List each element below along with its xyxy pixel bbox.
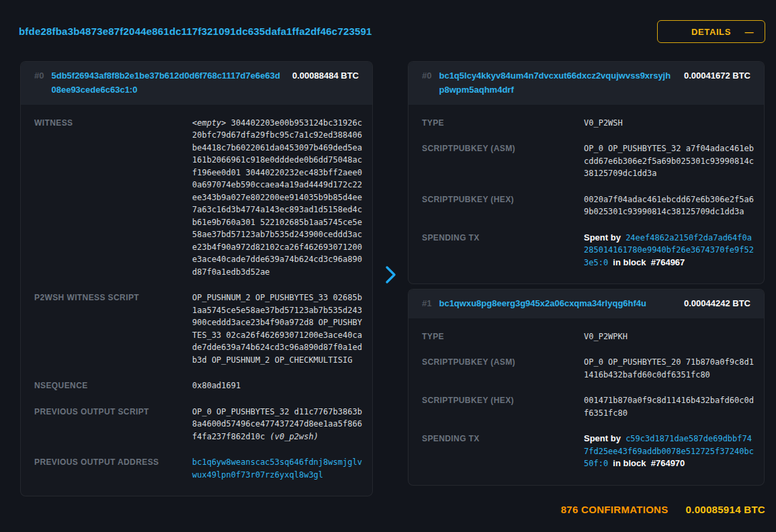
scriptpubkey-hex-label: SCRIPTPUBKEY (HEX) <box>422 193 584 204</box>
scriptpubkey-hex-value: 0020a7f04adac461ebcdd67e6b306e2f5a69b025… <box>584 193 756 218</box>
output-1-index: #1 <box>422 297 431 311</box>
output-0-spk-asm-row: SCRIPTPUBKEY (ASM) OP_0 OP_PUSHBYTES_32 … <box>408 136 764 187</box>
spending-tx-value: Spent by c59c3d1871dae587de69dbbf747fd25… <box>584 433 756 470</box>
details-toggle-button[interactable]: DETAILS — <box>657 20 765 43</box>
spent-by-text: Spent by <box>584 433 621 443</box>
input-amount: 0.00088484 BTC <box>292 69 359 83</box>
prev-output-address-row: PREVIOUS OUTPUT ADDRESS bc1q6yw8weanscac… <box>21 449 372 488</box>
output-1-address-link[interactable]: bc1qwxu8pg8eerg3g945x2a06cxqma34rlyqg6hf… <box>439 297 673 311</box>
confirmations-badge: 876 CONFIRMATIONS <box>561 504 669 515</box>
output-1-type-row: TYPE V0_P2WPKH <box>408 324 764 350</box>
spending-tx-label: SPENDING TX <box>422 232 584 242</box>
output-0-address-link[interactable]: bc1q5lcy4kkyv84um4n7dvcxut66dxcz2vqujwvs… <box>439 69 673 97</box>
witness-script-value: OP_PUSHNUM_2 OP_PUSHBYTES_33 02685b1aa57… <box>192 292 364 366</box>
witness-empty-tag: <empty> <box>192 118 226 128</box>
input-panel-header: #0 5db5f26943af8f8b2e1be37b612d0d6f768c1… <box>21 62 372 105</box>
output-1-spk-hex-row: SCRIPTPUBKEY (HEX) 001471b870a0f9c8d1141… <box>408 388 764 426</box>
flow-chevron-right-icon <box>385 265 397 287</box>
type-label: TYPE <box>422 117 584 128</box>
details-button-label: DETAILS <box>691 27 731 37</box>
footer-summary: 876 CONFIRMATIONS 0.00085914 BTC <box>561 504 765 515</box>
block-height-link[interactable]: #764967 <box>651 257 685 267</box>
output-1-amount: 0.00044242 BTC <box>684 297 750 311</box>
nsequence-row: NSEQUENCE 0x80ad1691 <box>21 373 372 399</box>
input-panel: #0 5db5f26943af8f8b2e1be37b612d0d6f768c1… <box>20 61 373 496</box>
nsequence-label: NSEQUENCE <box>34 380 192 390</box>
witness-script-label: P2WSH WITNESS SCRIPT <box>34 292 192 302</box>
witness-script-row: P2WSH WITNESS SCRIPT OP_PUSHNUM_2 OP_PUS… <box>21 285 372 373</box>
output-0-body: TYPE V0_P2WSH SCRIPTPUBKEY (ASM) OP_0 OP… <box>408 105 764 284</box>
witness-row: WITNESS <empty> 304402203e00b953124bc319… <box>21 110 372 285</box>
spending-tx-value: Spent by 24eef4862a2150f2da7ad64f0a28501… <box>584 232 756 269</box>
total-output-amount: 0.00085914 BTC <box>686 504 765 515</box>
witness-value: <empty> 304402203e00b953124bc31926c20bfc… <box>192 117 364 279</box>
input-panel-body: WITNESS <empty> 304402203e00b953124bc319… <box>21 105 372 496</box>
scriptpubkey-hex-value: 001471b870a0f9c8d11416b432bafd60c0df6351… <box>584 394 756 419</box>
scriptpubkey-hex-label: SCRIPTPUBKEY (HEX) <box>422 394 584 405</box>
scriptpubkey-asm-value: OP_0 OP_PUSHBYTES_20 71b870a0f9c8d11416b… <box>584 356 756 381</box>
output-1-spending-tx-row: SPENDING TX Spent by c59c3d1871dae587de6… <box>408 426 764 477</box>
type-value: V0_P2WSH <box>584 117 756 130</box>
output-panel-1: #1 bc1qwxu8pg8eerg3g945x2a06cxqma34rlyqg… <box>408 289 765 486</box>
output-0-spk-hex-row: SCRIPTPUBKEY (HEX) 0020a7f04adac461ebcdd… <box>408 187 764 225</box>
prev-output-address-link[interactable]: bc1q6yw8weanscac53sq646fdnj8wsmjglvwux49… <box>192 457 362 480</box>
spending-tx-label: SPENDING TX <box>422 433 584 443</box>
prev-output-script-label: PREVIOUS OUTPUT SCRIPT <box>34 406 192 416</box>
output-0-header: #0 bc1q5lcy4kkyv84um4n7dvcxut66dxcz2vquj… <box>408 62 764 105</box>
output-1-spk-asm-row: SCRIPTPUBKEY (ASM) OP_0 OP_PUSHBYTES_20 … <box>408 349 764 388</box>
output-panel-0: #0 bc1q5lcy4kkyv84um4n7dvcxut66dxcz2vquj… <box>408 61 765 284</box>
type-value: V0_P2WPKH <box>584 330 756 343</box>
outputs-column: #0 bc1q5lcy4kkyv84um4n7dvcxut66dxcz2vquj… <box>408 61 765 486</box>
input-index: #0 <box>34 69 44 83</box>
output-0-amount: 0.00041672 BTC <box>684 69 750 83</box>
scriptpubkey-asm-label: SCRIPTPUBKEY (ASM) <box>422 142 584 153</box>
output-1-body: TYPE V0_P2WPKH SCRIPTPUBKEY (ASM) OP_0 O… <box>408 318 764 485</box>
in-block-text: in block <box>613 458 646 468</box>
witness-label: WITNESS <box>34 117 192 128</box>
collapse-minus-icon: — <box>744 27 754 37</box>
page-title-txid: bfde28fba3b4873e87f2044e861dc117f321091d… <box>19 26 372 37</box>
output-0-index: #0 <box>422 69 431 83</box>
prev-output-script-row: PREVIOUS OUTPUT SCRIPT OP_0 OP_PUSHBYTES… <box>21 399 372 450</box>
prev-output-script-value: OP_0 OP_PUSHBYTES_32 d11c7767b3863b8a460… <box>192 406 364 443</box>
inputs-column: #0 5db5f26943af8f8b2e1be37b612d0d6f768c1… <box>20 61 373 496</box>
type-label: TYPE <box>422 330 584 341</box>
in-block-text: in block <box>613 257 646 267</box>
block-height-link[interactable]: #764970 <box>651 458 685 468</box>
prev-output-address-label: PREVIOUS OUTPUT ADDRESS <box>34 456 192 467</box>
output-0-type-row: TYPE V0_P2WSH <box>408 110 764 136</box>
scriptpubkey-asm-value: OP_0 OP_PUSHBYTES_32 a7f04adac461ebcdd67… <box>584 142 756 180</box>
prev-output-script-type-tag: (v0_p2wsh) <box>270 432 318 441</box>
scriptpubkey-asm-label: SCRIPTPUBKEY (ASM) <box>422 356 584 367</box>
nsequence-value: 0x80ad1691 <box>192 380 364 392</box>
input-outpoint-link[interactable]: 5db5f26943af8f8b2e1be37b612d0d6f768c1117… <box>51 69 282 97</box>
output-0-spending-tx-row: SPENDING TX Spent by 24eef4862a2150f2da7… <box>408 225 764 276</box>
output-1-header: #1 bc1qwxu8pg8eerg3g945x2a06cxqma34rlyqg… <box>408 290 764 318</box>
spent-by-text: Spent by <box>584 232 621 242</box>
